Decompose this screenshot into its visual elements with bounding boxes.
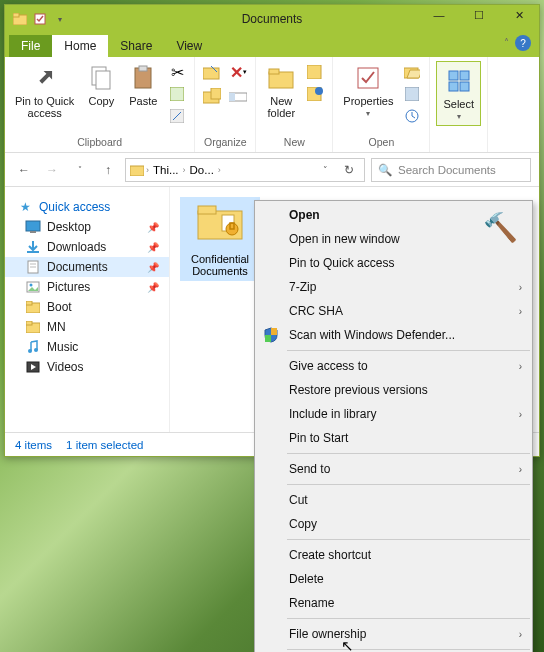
menu-item-file-ownership[interactable]: File ownership› (255, 622, 532, 646)
folder-label: Confidential Documents (184, 253, 256, 277)
easy-access-button[interactable] (304, 83, 326, 105)
svg-rect-16 (307, 65, 321, 79)
address-dropdown-icon[interactable]: ˅ (314, 159, 336, 181)
delete-button[interactable]: ✕▾ (227, 61, 249, 83)
paste-shortcut-mini-button[interactable] (166, 105, 188, 127)
svg-rect-37 (26, 301, 32, 305)
chevron-right-icon[interactable]: › (146, 165, 149, 175)
svg-point-18 (315, 87, 323, 95)
refresh-button[interactable]: ↻ (338, 159, 360, 181)
new-item-button[interactable] (304, 61, 326, 83)
sidebar-item-downloads[interactable]: Downloads📌 (5, 237, 169, 257)
menu-separator (287, 484, 530, 485)
tab-share[interactable]: Share (108, 35, 164, 57)
window-controls: — ☐ ✕ (419, 5, 539, 25)
sidebar-item-videos[interactable]: Videos (5, 357, 169, 377)
chevron-right-icon[interactable]: › (218, 165, 221, 175)
help-icon[interactable]: ? (515, 35, 531, 51)
sidebar: ★ Quick access Desktop📌Downloads📌Documen… (5, 187, 170, 432)
folder-icon (11, 10, 29, 28)
menu-item-crc-sha[interactable]: CRC SHA› (255, 299, 532, 323)
sidebar-item-documents[interactable]: Documents📌 (5, 257, 169, 277)
menu-item-pin-to-quick-access[interactable]: Pin to Quick access (255, 251, 532, 275)
move-to-button[interactable] (201, 61, 223, 83)
minimize-button[interactable]: — (419, 5, 459, 25)
new-folder-button[interactable]: New folder (262, 61, 300, 121)
folder-icon (25, 319, 41, 335)
menu-separator (287, 649, 530, 650)
back-button[interactable]: ← (13, 159, 35, 181)
menu-item-pin-to-start[interactable]: Pin to Start (255, 426, 532, 450)
copy-path-mini-button[interactable] (166, 83, 188, 105)
pin-icon: 📌 (147, 242, 159, 253)
sidebar-item-pictures[interactable]: Pictures📌 (5, 277, 169, 297)
menu-item-restore-previous-versions[interactable]: Restore previous versions (255, 378, 532, 402)
search-input[interactable]: 🔍 Search Documents (371, 158, 531, 182)
ribbon-tabs: File Home Share View ˄ ? (5, 33, 539, 57)
menu-item-copy[interactable]: Copy (255, 512, 532, 536)
address-bar[interactable]: › Thi... › Do... › ˅ ↻ (125, 158, 365, 182)
copy-to-button[interactable] (201, 85, 223, 107)
sidebar-quick-access[interactable]: ★ Quick access (5, 197, 169, 217)
history-mini-button[interactable] (401, 105, 423, 127)
folder-item-confidential[interactable]: Confidential Documents (180, 197, 260, 281)
svg-point-41 (34, 348, 38, 352)
tab-home[interactable]: Home (52, 35, 108, 57)
properties-qat-icon[interactable] (31, 10, 49, 28)
folder-icon (130, 164, 144, 176)
menu-item-include-in-library[interactable]: Include in library› (255, 402, 532, 426)
menu-item-scan-with-windows-defender-[interactable]: Scan with Windows Defender... (255, 323, 532, 347)
pin-to-quick-access-button[interactable]: Pin to Quick access (11, 61, 78, 121)
menu-item-send-to[interactable]: Send to› (255, 457, 532, 481)
svg-rect-25 (449, 82, 458, 91)
select-button[interactable]: Select ▾ (436, 61, 481, 126)
search-placeholder: Search Documents (398, 164, 496, 176)
menu-item-delete[interactable]: Delete (255, 567, 532, 591)
breadcrumb-thispc[interactable]: Thi... (151, 164, 181, 176)
menu-item-cut[interactable]: Cut (255, 488, 532, 512)
edit-mini-button[interactable] (401, 83, 423, 105)
chevron-right-icon: › (519, 629, 522, 640)
svg-rect-11 (211, 88, 221, 99)
pin-icon: 📌 (147, 282, 159, 293)
svg-rect-15 (269, 69, 279, 74)
forward-button[interactable]: → (41, 159, 63, 181)
ribbon-collapse-icon[interactable]: ˄ (504, 37, 509, 48)
breadcrumb-documents[interactable]: Do... (188, 164, 216, 176)
downloads-icon (25, 239, 41, 255)
close-button[interactable]: ✕ (499, 5, 539, 25)
menu-item-open[interactable]: Open (255, 203, 532, 227)
search-icon: 🔍 (378, 163, 392, 177)
chevron-right-icon: › (519, 464, 522, 475)
context-menu: 🔨 OpenOpen in new windowPin to Quick acc… (254, 200, 533, 652)
sidebar-item-boot[interactable]: Boot (5, 297, 169, 317)
menu-item-open-in-new-window[interactable]: Open in new window (255, 227, 532, 251)
sidebar-item-desktop[interactable]: Desktop📌 (5, 217, 169, 237)
tab-view[interactable]: View (164, 35, 214, 57)
maximize-button[interactable]: ☐ (459, 5, 499, 25)
menu-item-give-access-to[interactable]: Give access to› (255, 354, 532, 378)
svg-rect-13 (229, 93, 235, 101)
menu-item-rename[interactable]: Rename (255, 591, 532, 615)
paste-button[interactable]: Paste (124, 61, 162, 109)
up-button[interactable]: ↑ (97, 159, 119, 181)
cut-mini-button[interactable]: ✂ (166, 61, 188, 83)
svg-rect-6 (139, 66, 147, 71)
menu-item-create-shortcut[interactable]: Create shortcut (255, 543, 532, 567)
svg-rect-9 (203, 68, 219, 79)
menu-item-7-zip[interactable]: 7-Zip› (255, 275, 532, 299)
sidebar-item-music[interactable]: Music (5, 337, 169, 357)
copy-button[interactable]: Copy (82, 61, 120, 109)
status-items: 4 items (15, 439, 52, 451)
tab-file[interactable]: File (9, 35, 52, 57)
chevron-right-icon: › (519, 306, 522, 317)
chevron-right-icon[interactable]: › (183, 165, 186, 175)
sidebar-item-mn[interactable]: MN (5, 317, 169, 337)
properties-button[interactable]: Properties ▾ (339, 61, 397, 120)
open-mini-button[interactable] (401, 61, 423, 83)
pictures-icon (25, 279, 41, 295)
recent-dropdown[interactable]: ˅ (69, 159, 91, 181)
qat-dropdown-icon[interactable]: ▾ (51, 10, 69, 28)
rename-button[interactable] (227, 85, 249, 107)
ribbon-group-new: New folder New (256, 57, 333, 152)
